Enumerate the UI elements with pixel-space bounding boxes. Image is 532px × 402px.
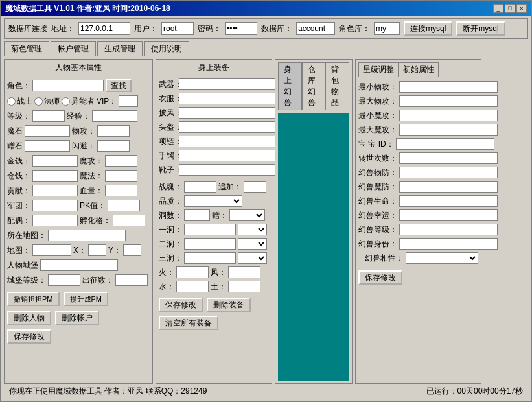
role-db-input[interactable]: [374, 22, 400, 35]
quality-select[interactable]: [184, 195, 242, 207]
tab-generate-mgmt[interactable]: 生成管理: [97, 41, 143, 56]
find-button[interactable]: 查找: [106, 79, 132, 92]
equip-delete-button[interactable]: 删除装备: [207, 298, 251, 312]
castle-input[interactable]: [40, 259, 118, 271]
tab-grape-mgmt[interactable]: 菊色管理: [4, 41, 49, 56]
level-input[interactable]: [32, 110, 65, 122]
star-save-button[interactable]: 保存修改: [358, 270, 402, 285]
tab-init-attr[interactable]: 初始属性: [399, 62, 439, 77]
gift-select[interactable]: [229, 209, 265, 221]
minimize-button[interactable]: _: [493, 4, 503, 13]
pet-luck-input[interactable]: [399, 209, 498, 221]
pet-affinity-select[interactable]: [406, 252, 478, 264]
soul-input[interactable]: [184, 181, 216, 193]
clothes-input[interactable]: [179, 93, 277, 104]
partner-input[interactable]: [32, 215, 78, 226]
necklace-input[interactable]: [179, 136, 277, 147]
hatch-input[interactable]: [113, 215, 145, 226]
hp-input[interactable]: [105, 185, 137, 196]
hole1-select[interactable]: [238, 224, 267, 235]
equip-save-button[interactable]: 保存修改: [159, 298, 203, 312]
hole1-input[interactable]: [184, 224, 236, 235]
min-mag-atk-input[interactable]: [399, 110, 498, 121]
army-input[interactable]: [32, 200, 78, 211]
star-tab-bar: 星级调整 初始属性: [358, 62, 478, 77]
pet-mag-def-input[interactable]: [399, 181, 498, 193]
maximize-button[interactable]: □: [505, 4, 515, 13]
equip-clear-button[interactable]: 清空所有装备: [159, 316, 218, 330]
earth-input[interactable]: [228, 281, 260, 292]
class-mage-radio[interactable]: [34, 97, 43, 106]
magatk-input[interactable]: [105, 155, 137, 167]
addr-input[interactable]: [78, 22, 130, 35]
atk-input[interactable]: [97, 125, 130, 137]
x-input[interactable]: [88, 244, 106, 256]
promote-pm-button[interactable]: 提升成PM: [64, 292, 109, 306]
hole3-input[interactable]: [184, 252, 236, 264]
water-input[interactable]: [176, 281, 209, 292]
hole2-select[interactable]: [238, 238, 267, 250]
army-label: 军团：: [7, 200, 30, 211]
pet-level-input[interactable]: [399, 224, 498, 235]
pk-input[interactable]: [108, 200, 140, 211]
addr-label: 地址：: [51, 23, 75, 34]
mag-input[interactable]: [105, 170, 137, 182]
cloak-input[interactable]: [179, 107, 277, 119]
disconnect-button[interactable]: 断开mysql: [456, 21, 505, 36]
delete-account-button[interactable]: 删除帐户: [55, 311, 99, 325]
map-input[interactable]: [48, 230, 126, 241]
fire-input[interactable]: [176, 266, 209, 278]
cancel-pm-button[interactable]: 撤销担担PM: [7, 292, 60, 306]
castle-level-input[interactable]: [48, 274, 80, 286]
contrib-input[interactable]: [32, 185, 78, 196]
min-atk-input[interactable]: [399, 81, 498, 93]
y-input[interactable]: [123, 244, 141, 256]
pet-id-label: 宝 宝 ID：: [358, 139, 394, 150]
tab-usage-guide[interactable]: 使用说明: [144, 41, 189, 56]
dodge-input[interactable]: [97, 140, 130, 152]
mo-input[interactable]: [25, 125, 70, 137]
tab-backpack[interactable]: 背包物品: [325, 62, 349, 110]
rebirth-input[interactable]: [399, 152, 498, 164]
max-mag-atk-input[interactable]: [399, 124, 498, 136]
pet-id-input[interactable]: [396, 138, 494, 150]
pet-hp-input[interactable]: [399, 195, 498, 207]
max-atk-input[interactable]: [399, 95, 498, 107]
exp-input[interactable]: [92, 110, 137, 122]
weapon-row: 武器：: [159, 78, 269, 90]
hole2-input[interactable]: [184, 238, 236, 250]
delete-char-button[interactable]: 删除人物: [7, 311, 51, 325]
helmet-input[interactable]: [179, 121, 277, 133]
pwd-input[interactable]: [225, 22, 257, 35]
bracelet-label: 手镯：: [159, 150, 177, 161]
vip-input[interactable]: [119, 95, 138, 107]
add-input[interactable]: [244, 181, 266, 193]
star-panel: 星级调整 初始属性 最小物攻： 最大物攻： 最小魔攻： 最大魔攻：: [355, 59, 481, 384]
user-input[interactable]: [161, 22, 194, 35]
pet-status-input[interactable]: [399, 238, 498, 250]
boots-input[interactable]: [179, 164, 277, 176]
connect-button[interactable]: 连接mysql: [404, 21, 452, 36]
close-button[interactable]: ×: [516, 4, 527, 13]
warehouse-input[interactable]: [32, 170, 78, 182]
gold-input[interactable]: [32, 155, 78, 167]
wind-input[interactable]: [228, 266, 260, 278]
tab-pet-equip[interactable]: 身上幻兽: [278, 62, 302, 110]
holes-input[interactable]: [184, 209, 210, 221]
map-name-input[interactable]: [32, 244, 71, 256]
bracelet-input[interactable]: [179, 150, 277, 161]
class-psionic-radio[interactable]: [62, 97, 70, 106]
tab-account-mgmt[interactable]: 帐户管理: [51, 41, 96, 56]
tab-star-adjust[interactable]: 星级调整: [358, 62, 399, 77]
zheng-input[interactable]: [115, 274, 148, 286]
weapon-input[interactable]: [179, 78, 277, 90]
gem-input[interactable]: [25, 140, 70, 152]
fire-wind-row: 火： 风：: [159, 266, 269, 278]
char-save-button[interactable]: 保存修改: [7, 329, 51, 344]
hole3-select[interactable]: [238, 252, 267, 264]
class-warrior-radio[interactable]: [7, 97, 16, 106]
db-name-input[interactable]: [296, 22, 335, 35]
role-input[interactable]: [32, 80, 104, 91]
tab-pet-warehouse[interactable]: 仓库幻兽: [302, 62, 326, 110]
pet-def-input[interactable]: [399, 167, 498, 178]
